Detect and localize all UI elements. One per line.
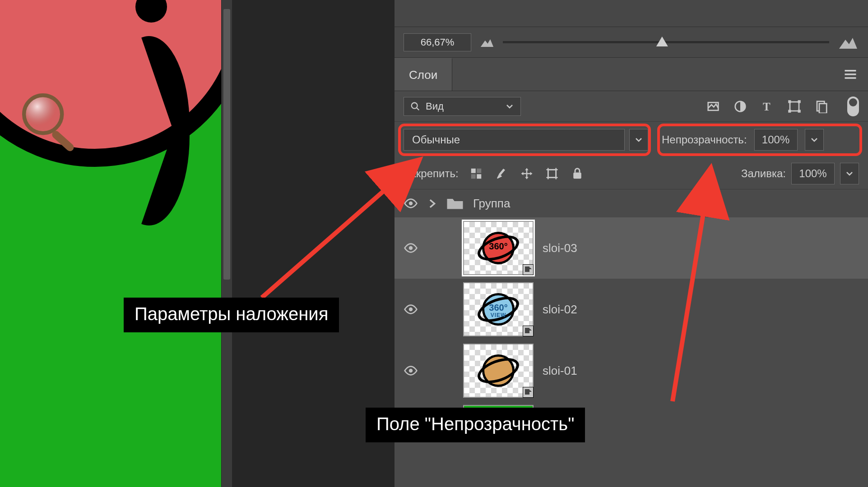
layers-panel-tabbar: Слои [395, 58, 868, 91]
svg-rect-19 [471, 174, 475, 179]
layer-name[interactable]: sloi-03 [543, 241, 577, 255]
zoom-slider-handle[interactable] [656, 37, 668, 46]
lock-all-icon[interactable] [571, 167, 584, 180]
layers-tab[interactable]: Слои [395, 58, 452, 91]
expand-chevron-icon[interactable] [427, 196, 437, 211]
svg-rect-2 [845, 70, 856, 72]
layer-thumbnail[interactable]: 360° [463, 221, 534, 275]
svg-rect-22 [548, 170, 556, 178]
svg-point-28 [409, 202, 413, 206]
layer-thumbnail[interactable] [463, 344, 534, 398]
zoom-out-mountain-icon[interactable] [479, 37, 495, 48]
layer-filter-dropdown[interactable]: Вид [404, 97, 521, 116]
layer-filter-row: Вид T [395, 91, 868, 122]
filter-adjustment-icon[interactable] [733, 100, 747, 113]
chevron-down-icon [810, 135, 819, 144]
svg-rect-11 [788, 100, 791, 103]
svg-rect-16 [819, 103, 826, 113]
svg-point-5 [412, 102, 418, 108]
svg-rect-10 [790, 102, 799, 111]
smart-object-badge-icon [523, 387, 534, 398]
svg-rect-3 [845, 74, 856, 75]
fill-value-input[interactable]: 100% [791, 163, 835, 184]
filter-shape-icon[interactable] [788, 100, 801, 113]
svg-rect-18 [477, 168, 481, 173]
layer-row-sloi-02[interactable]: 360° VIEW sloi-02 [395, 279, 868, 340]
opacity-chevron[interactable] [805, 129, 824, 151]
layer-name[interactable]: sloi-02 [543, 303, 577, 317]
layers-list: Группа 360° sloi-03 [395, 189, 868, 430]
search-icon [410, 101, 420, 111]
panel-menu-icon[interactable] [844, 68, 857, 81]
document-canvas-area [0, 0, 226, 487]
chevron-down-icon [634, 135, 643, 144]
svg-rect-27 [573, 172, 581, 179]
zoom-slider[interactable] [503, 33, 829, 51]
blend-mode-value[interactable]: Обычные [404, 129, 625, 151]
filter-pixel-icon[interactable] [706, 100, 720, 113]
panel-strip-above-navigator [395, 0, 868, 27]
scrollbar-thumb[interactable] [223, 9, 230, 280]
thumb-art-360-red: 360° [477, 226, 520, 270]
visibility-eye-icon[interactable] [404, 363, 418, 378]
svg-rect-4 [845, 77, 856, 79]
canvas-artwork[interactable] [0, 0, 221, 487]
opacity-label[interactable]: Непрозрачность: [662, 133, 747, 146]
zoom-slider-track[interactable] [503, 41, 829, 43]
svg-rect-13 [788, 110, 791, 112]
blend-mode-chevron[interactable] [629, 129, 648, 151]
fill-chevron[interactable] [840, 163, 859, 184]
fill-label[interactable]: Заливка: [741, 167, 786, 180]
visibility-eye-icon[interactable] [404, 196, 418, 211]
layer-row-sloi-01[interactable]: sloi-01 [395, 340, 868, 401]
layer-row-sloi-03[interactable]: 360° sloi-03 [395, 217, 868, 279]
zoom-percent-input[interactable]: 66,67% [404, 33, 471, 51]
filter-toggle-switch[interactable] [847, 96, 859, 116]
lock-fill-row: Закрепить: Заливка: 100% [395, 158, 868, 189]
thumb-art-360-blue: 360° VIEW [477, 288, 520, 331]
layer-group-row[interactable]: Группа [395, 189, 868, 217]
smart-object-badge-icon [523, 326, 534, 336]
svg-text:T: T [763, 100, 771, 112]
filter-type-icons: T [706, 96, 859, 116]
visibility-eye-icon[interactable] [404, 302, 418, 317]
thumb-art-360-tan [477, 349, 520, 392]
lock-position-icon[interactable] [520, 167, 534, 180]
blend-mode-dropdown[interactable]: Обычные [404, 129, 648, 151]
lock-artboard-icon[interactable] [545, 167, 559, 180]
svg-point-29 [409, 246, 413, 250]
layer-thumbnail[interactable]: 360° VIEW [463, 282, 534, 336]
group-name[interactable]: Группа [473, 197, 510, 211]
lock-brush-icon[interactable] [495, 167, 508, 180]
chevron-down-icon [505, 102, 514, 111]
canvas-vertical-scrollbar[interactable] [221, 0, 232, 487]
filter-smartobject-icon[interactable] [815, 100, 828, 113]
svg-point-31 [409, 369, 413, 373]
svg-rect-21 [499, 168, 505, 175]
svg-line-6 [417, 107, 419, 110]
svg-rect-12 [798, 100, 801, 103]
annotation-label-opacity: Поле "Непрозрачность" [366, 408, 585, 442]
visibility-eye-icon[interactable] [404, 241, 418, 255]
blend-opacity-row: Обычные Непрозрачность: 100% [395, 122, 868, 158]
filter-type-icon[interactable]: T [761, 100, 774, 113]
svg-rect-17 [471, 168, 475, 173]
svg-rect-14 [798, 110, 801, 112]
opacity-value-input[interactable]: 100% [754, 129, 798, 151]
zoom-in-mountain-icon[interactable] [837, 34, 859, 51]
lock-icons-group [469, 167, 584, 180]
smart-object-badge-icon [523, 264, 534, 275]
lock-label: Закрепить: [404, 167, 459, 180]
chevron-down-icon [845, 169, 854, 178]
svg-rect-20 [477, 174, 481, 179]
folder-icon [446, 196, 464, 211]
navigator-zoom-bar: 66,67% [395, 27, 868, 58]
lock-transparency-icon[interactable] [469, 167, 483, 180]
svg-point-30 [409, 308, 413, 312]
layer-filter-label: Вид [426, 101, 444, 112]
layer-name[interactable]: sloi-01 [543, 364, 577, 378]
annotation-label-blend: Параметры наложения [124, 298, 339, 332]
